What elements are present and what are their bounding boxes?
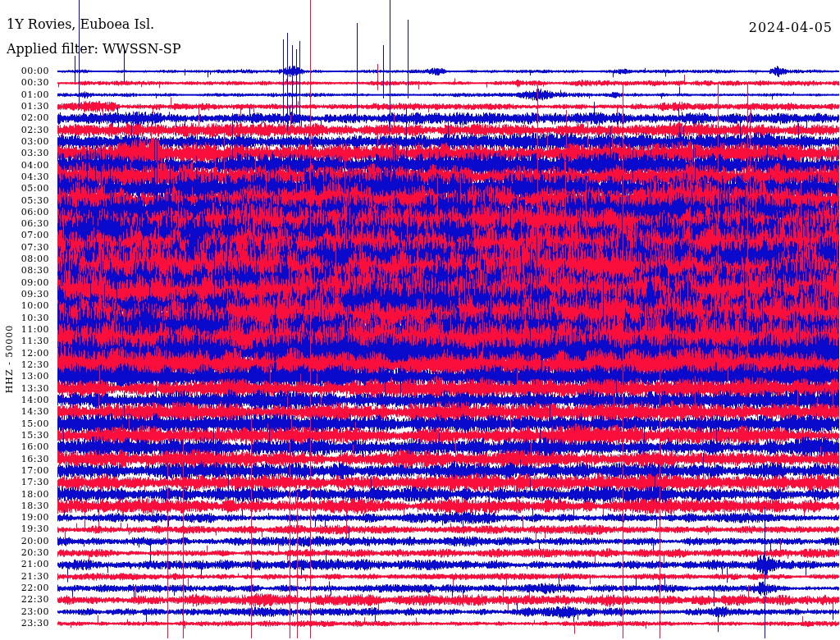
- helicorder-page: 1Y Rovies, Euboea Isl. Applied filter: W…: [0, 0, 840, 640]
- time-label: 18:00: [0, 490, 49, 500]
- date-label: 2024-04-05: [749, 20, 833, 35]
- channel-scale-label: HHZ - 50000: [4, 310, 15, 409]
- time-label: 02:30: [0, 126, 49, 135]
- time-label: 00:00: [0, 66, 49, 76]
- time-label: 05:00: [0, 184, 49, 194]
- time-label: 03:30: [0, 149, 49, 158]
- time-label: 07:00: [0, 231, 49, 240]
- time-label: 20:00: [0, 537, 49, 546]
- time-label: 09:30: [0, 290, 49, 299]
- time-label: 16:00: [0, 442, 49, 452]
- time-label: 04:00: [0, 161, 49, 171]
- time-label: 04:30: [0, 172, 49, 182]
- applied-filter-label: Applied filter: WWSSN-SP: [7, 41, 181, 57]
- time-label: 18:30: [0, 501, 49, 511]
- time-label: 01:00: [0, 90, 49, 100]
- time-label: 06:30: [0, 219, 49, 229]
- time-label: 07:30: [0, 243, 49, 253]
- time-label: 17:30: [0, 478, 49, 487]
- time-label: 06:00: [0, 208, 49, 217]
- time-label: 14:30: [0, 407, 49, 417]
- time-label: 16:30: [0, 455, 49, 464]
- time-label: 03:00: [0, 137, 49, 147]
- time-label: 08:00: [0, 254, 49, 264]
- time-label: 02:00: [0, 113, 49, 123]
- time-label: 01:30: [0, 102, 49, 112]
- time-label: 21:00: [0, 560, 49, 569]
- time-label: 22:30: [0, 595, 49, 605]
- time-label: 08:30: [0, 266, 49, 276]
- time-label: 15:30: [0, 431, 49, 441]
- time-label: 19:00: [0, 513, 49, 523]
- time-label: 09:00: [0, 278, 49, 288]
- seismogram-trace-canvas: [0, 0, 840, 640]
- time-label: 15:00: [0, 419, 49, 429]
- time-label: 22:00: [0, 583, 49, 593]
- time-label: 23:00: [0, 607, 49, 617]
- time-label: 21:30: [0, 572, 49, 582]
- time-label: 05:30: [0, 196, 49, 206]
- time-label: 00:30: [0, 78, 49, 88]
- station-title: 1Y Rovies, Euboea Isl.: [7, 16, 154, 32]
- time-label: 20:30: [0, 548, 49, 558]
- time-label: 17:00: [0, 466, 49, 476]
- time-label: 23:30: [0, 619, 49, 629]
- time-label: 19:30: [0, 524, 49, 534]
